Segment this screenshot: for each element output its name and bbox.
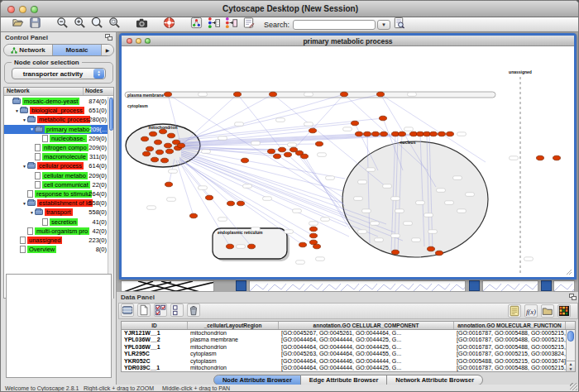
search-dropdown-button[interactable]: ▼ <box>377 20 390 30</box>
node-color-dropdown[interactable]: transporter activity ▲▼ <box>12 68 106 79</box>
graph-node[interactable] <box>165 143 172 148</box>
graph-node[interactable] <box>380 116 387 121</box>
expand-arrow-icon[interactable]: ▼ <box>22 117 27 122</box>
tree-row[interactable]: ▼metabolic process280(0) <box>4 115 108 124</box>
table-row[interactable]: YPL036W__1mitochondrion[GO:0044464, GO:0… <box>122 344 566 351</box>
graph-node[interactable] <box>430 131 438 136</box>
graph-node[interactable] <box>537 155 544 160</box>
graph-node[interactable] <box>310 227 318 232</box>
expand-arrow-icon[interactable]: ▼ <box>29 210 35 215</box>
advanced-search-icon[interactable] <box>393 17 405 29</box>
select-attributes-icon[interactable] <box>154 304 167 317</box>
tree-row[interactable]: ▼primary metabo209(... <box>4 125 108 134</box>
expand-arrow-icon[interactable]: ▼ <box>22 201 27 206</box>
save-icon[interactable] <box>29 17 41 29</box>
function-builder-icon[interactable]: f(x) <box>524 304 538 318</box>
graph-node[interactable] <box>341 92 348 97</box>
annotation-icon[interactable] <box>242 17 255 29</box>
graph-node[interactable] <box>313 244 321 249</box>
graph-node[interactable] <box>165 182 173 187</box>
graph-node[interactable] <box>285 152 292 157</box>
graph-node[interactable] <box>299 242 307 247</box>
graph-node[interactable] <box>206 195 213 200</box>
graph-node[interactable] <box>309 128 317 133</box>
tree-row[interactable]: cellular metabo209(0) <box>4 171 108 180</box>
graph-node[interactable] <box>270 92 277 97</box>
graph-node[interactable] <box>165 92 172 97</box>
graph-node[interactable] <box>242 158 249 163</box>
open-icon[interactable] <box>12 17 24 29</box>
unselect-attributes-icon[interactable] <box>170 304 184 317</box>
table-row[interactable]: YDR039C__1mitochondrion[GO:0044464, GO:0… <box>122 365 566 371</box>
graph-node[interactable] <box>168 133 175 138</box>
vizmapper-icon[interactable] <box>208 17 220 29</box>
table-column-header[interactable]: ID <box>122 322 188 329</box>
tree-row[interactable]: unassigned223(0) <box>4 236 108 245</box>
graph-node[interactable] <box>234 92 242 97</box>
graph-node[interactable] <box>553 155 561 160</box>
tab-network[interactable]: Network <box>4 45 53 55</box>
graph-node[interactable] <box>279 147 286 152</box>
graph-node[interactable] <box>151 157 159 162</box>
expand-arrow-icon[interactable]: ▼ <box>14 108 20 113</box>
zoom-out-icon[interactable] <box>56 17 69 29</box>
graph-node[interactable] <box>438 131 446 136</box>
table-row[interactable]: YPL036W__2plasma membrane[GO:0044464, GO… <box>122 337 566 343</box>
graph-node[interactable] <box>377 92 385 97</box>
search-input[interactable] <box>293 20 376 30</box>
graph-node[interactable] <box>141 136 149 141</box>
tree-row[interactable]: multi-organism pro42(0) <box>4 227 108 236</box>
expand-arrow-icon[interactable]: ▼ <box>29 127 35 131</box>
graph-node[interactable] <box>156 150 164 155</box>
graph-node[interactable] <box>399 131 406 136</box>
tree-row[interactable]: nucleobase-209(0) <box>4 134 108 143</box>
tree-row[interactable]: secretion41(0) <box>4 217 108 226</box>
float-panel-icon[interactable] <box>105 34 112 41</box>
tree-row[interactable]: cell communicat22(0) <box>4 180 108 189</box>
graph-node[interactable] <box>380 131 388 136</box>
vizmapper-edit-icon[interactable] <box>225 17 237 29</box>
tree-row[interactable]: macromolecule311(0) <box>4 152 108 161</box>
zoom-in-icon[interactable] <box>74 17 86 29</box>
graph-node[interactable] <box>227 244 234 249</box>
attribute-table-icon[interactable] <box>121 304 134 317</box>
table-row[interactable]: YJR121W__1mitochondrion[GO:0045267, GO:0… <box>122 330 566 337</box>
annotation-panel-icon[interactable] <box>508 304 521 318</box>
graph-node[interactable] <box>356 131 363 136</box>
tab-mosaic[interactable]: Mosaic <box>53 45 102 55</box>
tab-scroll-right-button[interactable]: ▶ <box>102 45 113 55</box>
tree-row[interactable]: response to stimulu264(0) <box>4 189 108 198</box>
graph-node[interactable] <box>352 121 359 126</box>
tree-row[interactable]: mosaic-demo-yeast874(0) <box>4 97 108 106</box>
graph-node[interactable] <box>248 244 256 249</box>
tree-row[interactable]: ▼biological_process651(0) <box>4 106 108 115</box>
tree-row[interactable]: ▼cellular process614(0) <box>4 161 108 170</box>
graph-node[interactable] <box>447 131 454 136</box>
graph-node[interactable] <box>316 141 323 146</box>
table-column-header[interactable]: annotation.GO CELLULAR_COMPONENT <box>279 322 454 329</box>
network-window-titlebar[interactable]: primary metabolic process <box>122 36 574 46</box>
graph-node[interactable] <box>436 251 443 256</box>
zoom-selected-icon[interactable] <box>91 17 103 29</box>
table-column-header[interactable]: annotation.GO MOLECULAR_FUNCTION <box>454 322 566 329</box>
graph-node[interactable] <box>237 201 245 206</box>
float-panel-icon[interactable] <box>569 294 577 300</box>
graph-node[interactable] <box>227 201 235 206</box>
graph-node[interactable] <box>190 213 198 218</box>
zoom-fit-icon[interactable] <box>108 17 121 29</box>
tree-scrollbar[interactable] <box>108 97 113 299</box>
graph-node[interactable] <box>268 149 275 154</box>
network-canvas[interactable]: plasma membranecytoplasmmitochondrionnuc… <box>122 46 574 277</box>
graph-node[interactable] <box>166 149 174 154</box>
tree-row[interactable]: ▼transport558(0) <box>4 208 108 217</box>
graph-node[interactable] <box>178 143 185 148</box>
graph-node[interactable] <box>301 154 309 159</box>
new-attribute-icon[interactable] <box>137 304 151 317</box>
graph-node[interactable] <box>155 140 162 145</box>
snapshot-icon[interactable] <box>136 17 148 29</box>
graph-node[interactable] <box>428 246 435 251</box>
graph-node[interactable] <box>161 158 169 163</box>
delete-attribute-icon[interactable] <box>187 304 200 317</box>
overview-icon[interactable] <box>190 17 203 29</box>
graph-node[interactable] <box>274 154 281 159</box>
